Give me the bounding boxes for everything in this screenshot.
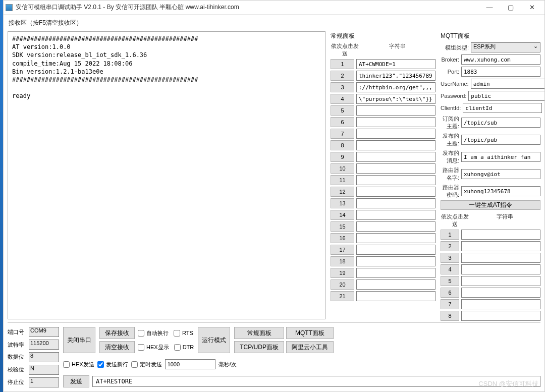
normal-send-btn-17[interactable]: 17: [331, 245, 354, 255]
mqtt-str-input-1[interactable]: [461, 230, 540, 240]
mqtt-field-input-5[interactable]: [461, 118, 540, 128]
clear-recv-button[interactable]: 清空接收: [99, 341, 135, 353]
mqtt-field-input-6[interactable]: [461, 135, 540, 145]
mqtt-send-btn-6[interactable]: 6: [441, 288, 459, 298]
stopbits-select[interactable]: 1: [29, 377, 59, 387]
send-button[interactable]: 发送: [63, 375, 89, 387]
normal-send-btn-5[interactable]: 5: [331, 105, 354, 116]
normal-send-btn-9[interactable]: 9: [331, 152, 354, 162]
autowrap-checkbox[interactable]: 自动换行: [138, 329, 169, 337]
bottom-bar: 端口号 COM9 波特率 115200 数据位 8 校验位 N 停止位 1 关闭…: [8, 322, 540, 387]
normal-str-input-10[interactable]: [356, 163, 435, 174]
mqtt-str-input-4[interactable]: [461, 264, 540, 274]
app-icon: [6, 4, 13, 11]
normal-send-btn-16[interactable]: 16: [331, 233, 354, 243]
mqtt-field-input-3[interactable]: [468, 91, 544, 101]
normal-str-input-11[interactable]: [356, 175, 435, 185]
normal-str-input-14[interactable]: [356, 210, 435, 220]
normal-send-btn-3[interactable]: 3: [331, 82, 354, 92]
normal-str-input-2[interactable]: [356, 71, 435, 81]
baud-label: 波特率: [8, 341, 28, 349]
normal-send-btn-15[interactable]: 15: [331, 221, 354, 232]
normal-str-input-21[interactable]: [356, 291, 435, 301]
hexsend-checkbox[interactable]: HEX发送: [63, 361, 94, 368]
mqtt-field-input-9[interactable]: [461, 186, 540, 196]
normal-send-btn-21[interactable]: 21: [331, 291, 354, 301]
mqtt-send-btn-8[interactable]: 8: [441, 311, 459, 321]
interval-input[interactable]: [165, 359, 215, 369]
normal-str-input-3[interactable]: [356, 82, 435, 92]
mqtt-str-input-3[interactable]: [461, 253, 540, 263]
normal-str-input-5[interactable]: [356, 105, 435, 116]
baud-select[interactable]: 115200: [29, 340, 59, 350]
mqtt-send-btn-1[interactable]: 1: [441, 230, 459, 240]
normal-str-input-17[interactable]: [356, 245, 435, 255]
mqtt-field-input-7[interactable]: [461, 152, 540, 162]
normal-send-btn-10[interactable]: 10: [331, 163, 354, 174]
dtr-checkbox[interactable]: DTR: [174, 344, 194, 351]
normal-send-btn-19[interactable]: 19: [331, 268, 354, 278]
normal-send-btn-18[interactable]: 18: [331, 256, 354, 266]
mqtt-str-input-8[interactable]: [461, 311, 540, 321]
maximize-button[interactable]: ▢: [500, 1, 521, 14]
mqtt-field-input-4[interactable]: [463, 103, 542, 113]
receive-textarea[interactable]: ########################################…: [8, 31, 325, 319]
minimize-button[interactable]: —: [479, 1, 500, 14]
normal-str-input-6[interactable]: [356, 117, 435, 127]
run-mode-button[interactable]: 运行模式: [198, 327, 230, 353]
normal-str-input-18[interactable]: [356, 256, 435, 266]
parity-select[interactable]: N: [29, 365, 59, 375]
normal-str-input-9[interactable]: [356, 152, 435, 162]
databits-select[interactable]: 8: [29, 352, 59, 362]
normal-send-btn-20[interactable]: 20: [331, 279, 354, 290]
save-recv-button[interactable]: 保存接收: [99, 327, 135, 339]
mqtt-send-btn-3[interactable]: 3: [441, 253, 459, 263]
mqtt-field-input-8[interactable]: [461, 169, 540, 179]
close-port-button[interactable]: 关闭串口: [63, 327, 95, 353]
mqtt-field-input-1[interactable]: [461, 67, 540, 77]
normal-send-btn-12[interactable]: 12: [331, 187, 354, 197]
normal-send-btn-7[interactable]: 7: [331, 129, 354, 139]
normal-str-input-15[interactable]: [356, 221, 435, 232]
timedsend-checkbox[interactable]: 定时发送: [131, 361, 162, 368]
mqtt-field-input-0[interactable]: [461, 54, 540, 65]
mqtt-send-btn-2[interactable]: 2: [441, 241, 459, 251]
normal-str-input-8[interactable]: [356, 140, 435, 150]
mqtt-str-input-6[interactable]: [461, 288, 540, 298]
normal-send-btn-8[interactable]: 8: [331, 140, 354, 150]
normal-str-input-7[interactable]: [356, 129, 435, 139]
close-button[interactable]: ✕: [521, 1, 542, 14]
normal-str-input-20[interactable]: [356, 279, 435, 290]
normal-str-input-12[interactable]: [356, 187, 435, 197]
normal-str-input-4[interactable]: [356, 94, 435, 104]
sendnewline-checkbox[interactable]: 发送新行: [97, 361, 128, 368]
panel-aliyun-button[interactable]: 阿里云小工具: [286, 341, 334, 353]
normal-send-btn-11[interactable]: 11: [331, 175, 354, 185]
mqtt-send-btn-5[interactable]: 5: [441, 276, 459, 286]
panel-mqtt-button[interactable]: MQTT面板: [286, 327, 334, 339]
normal-str-input-16[interactable]: [356, 233, 435, 243]
normal-send-btn-4[interactable]: 4: [331, 94, 354, 104]
mqtt-str-input-5[interactable]: [461, 276, 540, 286]
panel-normal-button[interactable]: 常规面板: [234, 327, 284, 339]
generate-at-button[interactable]: 一键生成AT指令: [441, 200, 540, 210]
mqtt-send-btn-4[interactable]: 4: [441, 264, 459, 274]
rts-checkbox[interactable]: RTS: [174, 329, 193, 337]
mqtt-str-input-2[interactable]: [461, 241, 540, 251]
mqtt-type-select[interactable]: ESP系列⌄: [471, 42, 540, 52]
normal-send-btn-6[interactable]: 6: [331, 117, 354, 127]
send-input[interactable]: [92, 376, 540, 387]
mqtt-send-btn-7[interactable]: 7: [441, 299, 459, 309]
port-select[interactable]: COM9: [29, 327, 59, 337]
normal-str-input-19[interactable]: [356, 268, 435, 278]
normal-str-input-1[interactable]: [356, 59, 435, 69]
normal-send-btn-13[interactable]: 13: [331, 198, 354, 208]
normal-send-btn-14[interactable]: 14: [331, 210, 354, 220]
panel-tcp-button[interactable]: TCP/UDP面板: [234, 341, 284, 353]
mqtt-str-input-7[interactable]: [461, 299, 540, 309]
normal-send-btn-1[interactable]: 1: [331, 59, 354, 69]
hexshow-checkbox[interactable]: HEX显示: [138, 344, 169, 351]
normal-str-input-13[interactable]: [356, 198, 435, 208]
mqtt-field-input-2[interactable]: [471, 79, 544, 89]
normal-send-btn-2[interactable]: 2: [331, 71, 354, 81]
